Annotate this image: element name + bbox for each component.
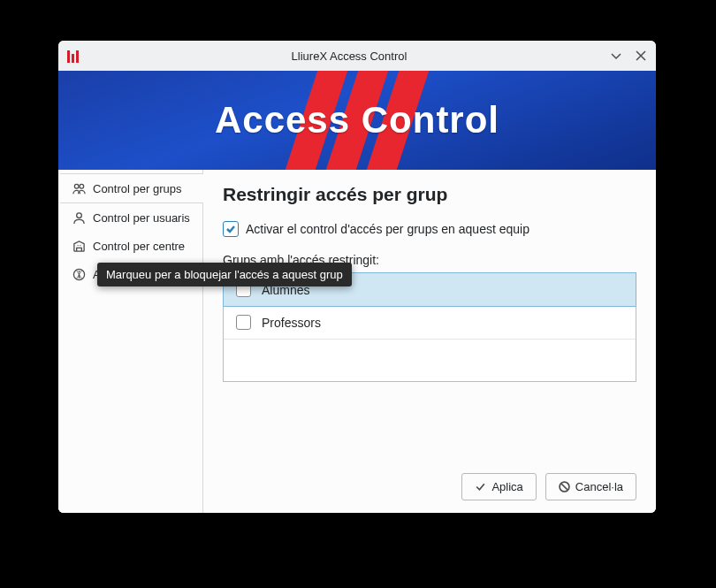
banner-title: Access Control xyxy=(215,99,499,141)
titlebar-buttons xyxy=(610,50,647,62)
groups-icon xyxy=(72,181,86,195)
groups-list: Alumnes Professors xyxy=(223,272,636,382)
banner: Access Control xyxy=(58,71,656,170)
building-icon xyxy=(72,239,86,253)
sidebar-item-label: Control per grups xyxy=(93,182,181,195)
svg-point-0 xyxy=(74,184,79,188)
window-title: LliureX Access Control xyxy=(88,50,610,63)
group-label: Professors xyxy=(262,316,321,330)
enable-access-control-label: Activar el control d'accés per grups en … xyxy=(246,222,529,236)
apply-button[interactable]: Aplica xyxy=(461,473,536,500)
sidebar-item-groups[interactable]: Control per grups xyxy=(58,173,203,203)
check-icon xyxy=(475,481,486,493)
help-icon xyxy=(72,267,86,281)
group-row-professors[interactable]: Professors xyxy=(224,306,636,340)
app-icon xyxy=(67,49,81,63)
sidebar-item-label: Control per centre xyxy=(93,240,185,253)
tooltip: Marqueu per a bloquejar l'accés a aquest… xyxy=(97,263,352,286)
group-checkbox[interactable] xyxy=(236,315,251,330)
apply-button-label: Aplica xyxy=(491,480,522,493)
sidebar-item-label: Control per usuaris xyxy=(93,211,190,225)
cancel-icon xyxy=(559,481,570,493)
user-icon xyxy=(72,210,86,225)
cancel-button-label: Cancel·la xyxy=(575,480,623,493)
body: Control per grups Control per usuaris Co… xyxy=(58,170,656,513)
footer: Aplica Cancel·la xyxy=(223,461,636,500)
enable-access-control-checkbox[interactable] xyxy=(223,221,239,237)
sidebar-item-centre[interactable]: Control per centre xyxy=(58,232,202,260)
minimize-button[interactable] xyxy=(610,50,622,62)
enable-access-control-row: Activar el control d'accés per grups en … xyxy=(223,221,636,237)
sidebar-item-users[interactable]: Control per usuaris xyxy=(58,203,202,232)
cancel-button[interactable]: Cancel·la xyxy=(545,473,636,500)
sidebar: Control per grups Control per usuaris Co… xyxy=(58,170,203,513)
close-button[interactable] xyxy=(635,50,647,62)
svg-point-2 xyxy=(76,212,81,218)
page-heading: Restringir accés per grup xyxy=(223,184,636,205)
titlebar: LliureX Access Control xyxy=(58,41,656,71)
svg-point-1 xyxy=(79,184,83,188)
main-panel: Restringir accés per grup Activar el con… xyxy=(203,170,656,513)
